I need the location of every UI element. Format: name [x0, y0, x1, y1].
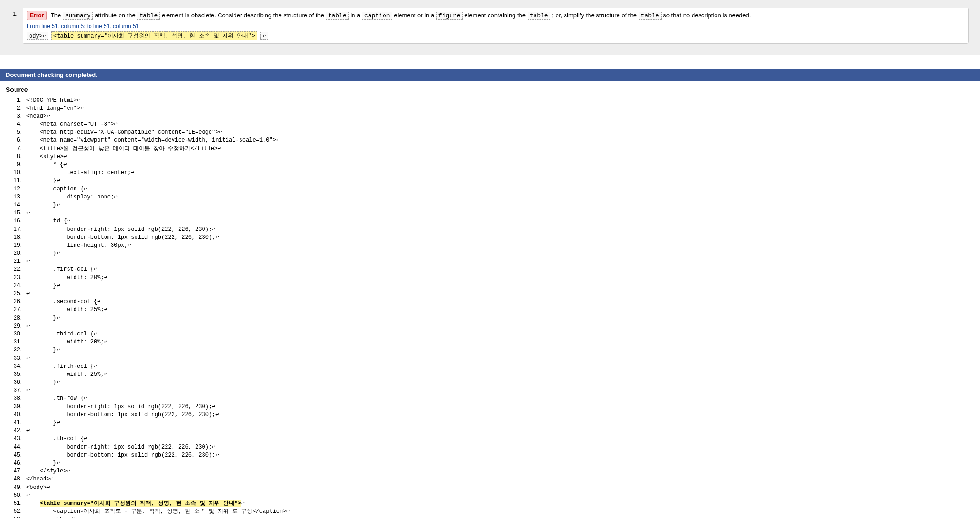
line-number: 17. [8, 225, 22, 233]
line-code: display: none;↩ [26, 193, 117, 201]
code-table: table [137, 12, 160, 20]
line-code: .th-col {↩ [26, 435, 87, 442]
code-table: table [528, 12, 550, 20]
line-code: }↩ [26, 282, 60, 289]
error-section: 1. Error The summary attribute on the ta… [0, 0, 980, 55]
code-summary: summary [63, 12, 93, 20]
line-code: }↩ [26, 177, 60, 184]
line-code: </style>↩ [26, 467, 70, 475]
line-code: width: 25%;↩ [26, 306, 107, 313]
source-line: 21.↩ [8, 257, 980, 265]
line-number: 39. [8, 403, 22, 410]
line-number: 10. [8, 168, 22, 176]
line-number: 4. [8, 120, 22, 128]
source-line: 51. <table summary="이사회 구성원의 직책, 성명, 현 소… [8, 499, 980, 507]
line-code: }↩ [26, 250, 60, 257]
line-number: 9. [8, 160, 22, 168]
error-location-link[interactable]: From line 51, column 5: to line 51, colu… [27, 23, 139, 30]
line-code: <meta charset="UTF-8">↩ [26, 121, 117, 128]
source-line: 10. text-align: center;↩ [8, 168, 980, 176]
source-line: 6. <meta name="viewport" content="width=… [8, 136, 980, 144]
line-code: <style>↩ [26, 153, 67, 160]
line-number: 22. [8, 265, 22, 273]
source-line: 12. caption {↩ [8, 185, 980, 193]
line-number: 48. [8, 475, 22, 482]
msg-text: in a [350, 12, 362, 19]
line-number: 41. [8, 419, 22, 426]
source-line: 35. width: 25%;↩ [8, 370, 980, 378]
line-number: 44. [8, 443, 22, 450]
line-code: border-right: 1px solid rgb(222, 226, 23… [26, 403, 215, 411]
line-code: <head>↩ [26, 113, 50, 120]
line-code: caption {↩ [26, 185, 87, 193]
source-line: 48.</head>↩ [8, 475, 980, 483]
code-table: table [639, 12, 662, 20]
line-code: .firth-col {↩ [26, 363, 97, 370]
line-code: border-right: 1px solid rgb(222, 226, 23… [26, 443, 215, 451]
source-listing: 1.<!DOCTYPE html>↩2.<html lang="en">↩3.<… [0, 96, 980, 518]
msg-text: element or in a [394, 12, 436, 19]
source-line: 40. border-bottom: 1px solid rgb(222, 22… [8, 411, 980, 419]
line-code: }↩ [26, 379, 60, 386]
line-code: border-bottom: 1px solid rgb(222, 226, 2… [26, 451, 219, 459]
line-number: 49. [8, 483, 22, 491]
line-number: 46. [8, 459, 22, 466]
source-line: 7. <title>웹 접근성이 낮은 데이터 테이블 찾아 수정하기</tit… [8, 145, 980, 152]
line-code: .second-col {↩ [26, 298, 100, 305]
msg-text: attribute on the [95, 12, 137, 19]
source-line: 34. .firth-col {↩ [8, 362, 980, 370]
source-line: 27. width: 25%;↩ [8, 305, 980, 313]
line-code: }↩ [26, 201, 60, 209]
source-line: 30. .third-col {↩ [8, 330, 980, 338]
error-number: 1. [11, 8, 18, 17]
source-line: 4. <meta charset="UTF-8">↩ [8, 120, 980, 128]
line-number: 12. [8, 185, 22, 192]
line-number: 37. [8, 386, 22, 394]
line-code: width: 25%;↩ [26, 371, 107, 378]
line-number: 27. [8, 305, 22, 313]
source-line: 46. }↩ [8, 459, 980, 467]
line-number: 2. [8, 104, 22, 112]
line-number: 21. [8, 257, 22, 265]
source-line: 38. .th-row {↩ [8, 394, 980, 402]
line-number: 7. [8, 145, 22, 152]
line-code: border-bottom: 1px solid rgb(222, 226, 2… [26, 234, 219, 241]
line-code: }↩ [26, 419, 60, 427]
source-line: 8. <style>↩ [8, 152, 980, 160]
line-number: 42. [8, 427, 22, 434]
source-line: 18. border-bottom: 1px solid rgb(222, 22… [8, 233, 980, 241]
line-code: width: 20%;↩ [26, 274, 107, 282]
line-code: <html lang="en">↩ [26, 105, 83, 112]
line-number: 33. [8, 354, 22, 362]
code-caption: caption [362, 12, 392, 20]
line-number: 30. [8, 330, 22, 337]
line-code: <table summary="이사회 구성원의 직책, 성명, 현 소속 및 … [26, 500, 245, 507]
source-line: 50.↩ [8, 491, 980, 499]
snippet-right: ↩ [260, 32, 268, 40]
line-code: <meta name="viewport" content="width=dev… [26, 137, 279, 144]
line-code: line-height: 30px;↩ [26, 242, 131, 249]
source-line: 36. }↩ [8, 378, 980, 386]
completion-status: Document checking completed. [0, 69, 980, 81]
line-number: 36. [8, 378, 22, 386]
line-number: 18. [8, 233, 22, 241]
source-line: 14. }↩ [8, 201, 980, 209]
line-number: 28. [8, 314, 22, 321]
line-code: .third-col {↩ [26, 330, 97, 338]
line-number: 5. [8, 128, 22, 136]
line-code: </head>↩ [26, 475, 53, 483]
line-code: border-right: 1px solid rgb(222, 226, 23… [26, 226, 215, 233]
line-code: <body>↩ [26, 484, 50, 491]
line-number: 16. [8, 217, 22, 224]
source-line: 11. }↩ [8, 176, 980, 184]
line-number: 45. [8, 451, 22, 458]
line-number: 43. [8, 434, 22, 442]
source-line: 24. }↩ [8, 282, 980, 289]
error-badge: Error [27, 11, 47, 20]
line-number: 26. [8, 297, 22, 305]
line-number: 24. [8, 282, 22, 289]
source-line: 16. td {↩ [8, 217, 980, 225]
source-line: 9. * {↩ [8, 160, 980, 168]
line-code: ↩ [26, 492, 30, 499]
source-line: 23. width: 20%;↩ [8, 274, 980, 282]
